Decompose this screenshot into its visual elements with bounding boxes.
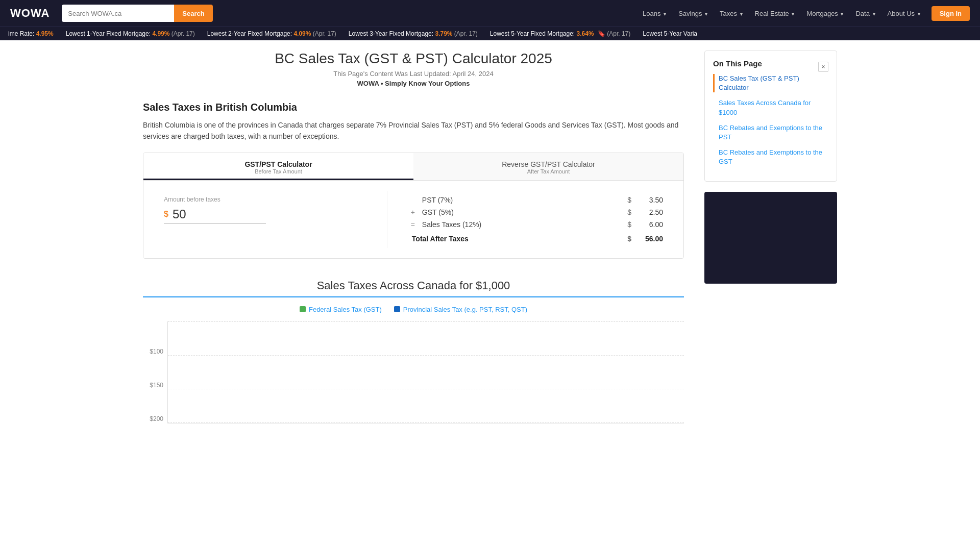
chart-title: Sales Taxes Across Canada for $1,000	[143, 279, 684, 292]
ticker-item: Lowest 1-Year Fixed Mortgage: 4.99% (Apr…	[66, 30, 195, 37]
nav-data[interactable]: Data ▾	[850, 7, 880, 20]
tab2-label: Reverse GST/PST Calculator	[419, 160, 678, 168]
ticker-item: Lowest 5-Year Varia	[643, 30, 697, 37]
chart-y-axis: $200 $150 $100	[143, 321, 167, 423]
calc-tabs: GST/PST Calculator Before Tax Amount Rev…	[143, 153, 683, 181]
grid-line-top	[168, 321, 684, 322]
page-author-text: WOWA • Simply Know Your Options	[357, 80, 470, 87]
savings-dropdown-icon: ▾	[705, 11, 707, 17]
sales-tax-label: Sales Taxes (12%)	[422, 220, 504, 229]
ticker-item: Lowest 3-Year Fixed Mortgage: 3.79% (Apr…	[349, 30, 478, 37]
y-label-150: $150	[143, 382, 163, 389]
sales-tax-row: = Sales Taxes (12%) $ 6.00	[408, 220, 663, 229]
total-row: Total After Taxes $ 56.00	[408, 235, 663, 243]
chart-wrapper: $200 $150 $100	[143, 321, 684, 423]
chart-area	[167, 321, 684, 423]
amount-input[interactable]	[173, 207, 254, 221]
chart-legend: Federal Sales Tax (GST) Provincial Sales…	[143, 306, 684, 313]
nav-loans[interactable]: Loans ▾	[638, 7, 671, 20]
nav-about-us[interactable]: About Us ▾	[883, 7, 925, 20]
ticker-item: Lowest 5-Year Fixed Mortgage: 3.64% 🔖 (A…	[490, 30, 630, 37]
gst-dollar: $	[627, 208, 631, 216]
toc-item-1[interactable]: BC Sales Tax (GST & PST) Calculator	[713, 74, 828, 92]
legend-pst-label: Provincial Sales Tax (e.g. PST, RST, QST…	[403, 306, 527, 313]
tab-gst-pst[interactable]: GST/PST Calculator Before Tax Amount	[143, 153, 413, 180]
toc-item-4[interactable]: BC Rebates and Exemptions to the GST	[713, 148, 828, 166]
tab-reverse[interactable]: Reverse GST/PST Calculator After Tax Amo…	[413, 153, 683, 180]
chart-grid-lines	[168, 321, 684, 423]
on-this-page-widget: On This Page × BC Sales Tax (GST & PST) …	[704, 51, 837, 182]
ticker-item: ime Rate: 4.95%	[8, 30, 54, 37]
pst-label: PST (7%)	[422, 196, 504, 204]
total-label: Total After Taxes	[412, 235, 494, 243]
chart-section: Sales Taxes Across Canada for $1,000 Fed…	[143, 279, 684, 423]
pst-dollar: $	[627, 196, 631, 204]
total-dollar: $	[627, 235, 631, 243]
legend-pst: Provincial Sales Tax (e.g. PST, RST, QST…	[394, 306, 527, 313]
dollar-sign: $	[164, 210, 168, 219]
calc-body: Amount before taxes $ PST (7%) $ 3.50 +	[143, 181, 683, 258]
navbar: WOWA Search Loans ▾ Savings ▾ Taxes ▾ Re…	[0, 0, 980, 27]
intro-section-title: Sales Taxes in British Columbia	[143, 102, 684, 113]
main-layout: BC Sales Tax (GST & PST) Calculator 2025…	[133, 40, 847, 444]
tab2-subtitle: After Tax Amount	[419, 168, 678, 174]
grid-line-mid2	[168, 389, 684, 389]
tab1-subtitle: Before Tax Amount	[149, 168, 408, 174]
gst-row: + GST (5%) $ 2.50	[408, 208, 663, 216]
search-form: Search	[62, 5, 212, 22]
taxes-dropdown-icon: ▾	[740, 11, 743, 17]
about-us-dropdown-icon: ▾	[918, 11, 920, 17]
sales-tax-amount: 6.00	[638, 220, 663, 229]
intro-description: British Columbia is one of the provinces…	[143, 119, 684, 142]
toc-close-button[interactable]: ×	[818, 62, 828, 72]
plus-sign: +	[408, 208, 418, 216]
legend-pst-dot	[394, 306, 400, 312]
brand-logo[interactable]: WOWA	[10, 7, 50, 20]
pst-row: PST (7%) $ 3.50	[408, 196, 663, 204]
y-label-100: $100	[143, 348, 163, 355]
search-input[interactable]	[62, 5, 174, 22]
signin-button[interactable]: Sign In	[932, 6, 970, 21]
dollar-input-wrapper: $	[164, 207, 266, 224]
calc-results-section: PST (7%) $ 3.50 + GST (5%) $ 2.50 = Sale…	[398, 191, 673, 248]
real-estate-dropdown-icon: ▾	[792, 11, 794, 17]
toc-title: On This Page	[713, 59, 762, 68]
grid-line-mid1	[168, 355, 684, 356]
gst-label: GST (5%)	[422, 208, 504, 216]
ticker-inner: ime Rate: 4.95% Lowest 1-Year Fixed Mort…	[0, 30, 705, 37]
gst-amount: 2.50	[638, 208, 663, 216]
search-button[interactable]: Search	[174, 5, 212, 22]
mortgages-dropdown-icon: ▾	[841, 11, 843, 17]
loans-dropdown-icon: ▾	[664, 11, 666, 17]
nav-mortgages[interactable]: Mortgages ▾	[801, 7, 848, 20]
pst-amount: 3.50	[638, 196, 663, 204]
grid-line-bottom	[168, 422, 684, 423]
nav-real-estate[interactable]: Real Estate ▾	[750, 7, 800, 20]
page-title: BC Sales Tax (GST & PST) Calculator 2025	[143, 51, 684, 67]
nav-savings[interactable]: Savings ▾	[673, 7, 713, 20]
sidebar: On This Page × BC Sales Tax (GST & PST) …	[704, 51, 837, 434]
equals-sign: =	[408, 220, 418, 229]
total-amount: 56.00	[638, 235, 663, 243]
chart-divider	[143, 296, 684, 297]
y-label-200: $200	[143, 415, 163, 422]
legend-gst-dot	[300, 306, 306, 312]
toc-item-3[interactable]: BC Rebates and Exemptions to the PST	[713, 123, 828, 142]
sidebar-ad	[704, 192, 837, 284]
page-author: WOWA • Simply Know Your Options	[143, 80, 684, 87]
tab1-label: GST/PST Calculator	[149, 160, 408, 168]
input-label: Amount before taxes	[164, 196, 377, 203]
nav-links: Loans ▾ Savings ▾ Taxes ▾ Real Estate ▾ …	[638, 6, 970, 21]
nav-taxes[interactable]: Taxes ▾	[715, 7, 748, 20]
calc-input-section: Amount before taxes $	[154, 191, 387, 248]
rates-ticker: ime Rate: 4.95% Lowest 1-Year Fixed Mort…	[0, 27, 980, 40]
toc-item-2[interactable]: Sales Taxes Across Canada for $1000	[713, 98, 828, 117]
sales-tax-dollar: $	[627, 220, 631, 229]
legend-gst-label: Federal Sales Tax (GST)	[309, 306, 382, 313]
content-area: BC Sales Tax (GST & PST) Calculator 2025…	[143, 51, 684, 434]
calculator: GST/PST Calculator Before Tax Amount Rev…	[143, 153, 684, 259]
page-last-updated: This Page's Content Was Last Updated: Ap…	[143, 70, 684, 78]
legend-gst: Federal Sales Tax (GST)	[300, 306, 382, 313]
data-dropdown-icon: ▾	[873, 11, 875, 17]
ticker-item: Lowest 2-Year Fixed Mortgage: 4.09% (Apr…	[207, 30, 336, 37]
